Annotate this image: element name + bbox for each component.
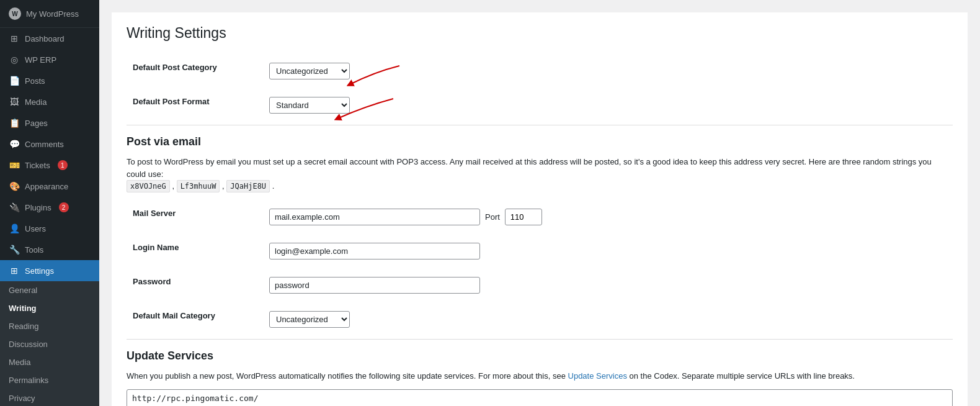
row-login-name: Login Name	[127, 234, 953, 268]
sidebar-item-label: Appearance	[25, 182, 68, 191]
submenu-permalinks[interactable]: Permalinks	[0, 371, 99, 389]
tickets-badge: 1	[58, 160, 68, 170]
row-password: Password	[127, 268, 953, 302]
submenu-media[interactable]: Media	[0, 353, 99, 371]
sidebar-item-media[interactable]: 🖼 Media	[0, 91, 99, 112]
email-form-table: Mail Server Port Login Name	[127, 200, 953, 336]
submenu-general[interactable]: General	[0, 281, 99, 299]
default-post-format-select[interactable]: Standard	[269, 97, 350, 114]
sidebar-item-label: Tools	[25, 245, 43, 255]
pages-icon: 📋	[9, 118, 20, 128]
row-default-post-category: Default Post Category Uncategorized	[127, 54, 953, 88]
mail-server-label: Mail Server	[133, 209, 176, 218]
settings-submenu: General Writing Reading Discussion Media…	[0, 281, 99, 406]
password-label: Password	[133, 277, 171, 286]
wordpress-icon: W	[9, 7, 21, 20]
settings-icon: ⊞	[9, 266, 20, 276]
page-title: Writing Settings	[127, 25, 953, 42]
sidebar-item-dashboard[interactable]: ⊞ Dashboard	[0, 28, 99, 49]
sidebar-item-label: Tickets	[25, 161, 50, 170]
submenu-writing[interactable]: Writing	[0, 299, 99, 317]
sidebar-item-wp-erp[interactable]: ◎ WP ERP	[0, 49, 99, 70]
default-post-category-label: Default Post Category	[133, 63, 217, 72]
users-icon: 👤	[9, 223, 20, 233]
main-content: Writing Settings Default Post Category U…	[99, 0, 980, 406]
sidebar-item-appearance[interactable]: 🎨 Appearance	[0, 176, 99, 197]
post-via-email-description: To post to WordPress by email you must s…	[127, 153, 953, 200]
mail-server-row: Port	[269, 209, 947, 225]
content-area: Writing Settings Default Post Category U…	[112, 12, 968, 406]
appearance-icon: 🎨	[9, 181, 20, 191]
row-default-post-format: Default Post Format Standard	[127, 88, 953, 122]
row-mail-server: Mail Server Port	[127, 200, 953, 234]
sidebar-item-comments[interactable]: 💬 Comments	[0, 133, 99, 155]
port-input[interactable]	[505, 209, 542, 225]
sidebar-item-settings[interactable]: ⊞ Settings	[0, 260, 99, 281]
sidebar-item-users[interactable]: 👤 Users	[0, 218, 99, 239]
dashboard-icon: ⊞	[9, 34, 20, 43]
update-services-description: When you publish a new post, WordPress a…	[127, 368, 953, 390]
plugins-badge: 2	[59, 202, 69, 212]
sidebar-item-label: Plugins	[25, 203, 51, 212]
update-services-link[interactable]: Update Services	[568, 371, 627, 381]
post-via-email-heading: Post via email	[127, 125, 953, 153]
settings-form-table: Default Post Category Uncategorized	[127, 54, 953, 122]
arrow-annotation-1	[344, 60, 406, 91]
sidebar-item-tools[interactable]: 🔧 Tools	[0, 239, 99, 260]
sidebar-item-label: Posts	[25, 76, 45, 86]
row-default-mail-category: Default Mail Category Uncategorized	[127, 302, 953, 336]
random-string-1: x8VOJneG	[127, 180, 170, 192]
sidebar-item-posts[interactable]: 📄 Posts	[0, 70, 99, 91]
login-name-label: Login Name	[133, 243, 179, 252]
plugins-icon: 🔌	[9, 202, 20, 212]
submenu-privacy[interactable]: Privacy	[0, 389, 99, 406]
sidebar-item-tickets[interactable]: 🎫 Tickets 1	[0, 155, 99, 176]
port-label: Port	[485, 212, 500, 222]
default-post-category-select[interactable]: Uncategorized	[269, 63, 350, 79]
default-mail-category-select[interactable]: Uncategorized	[269, 311, 350, 328]
sidebar-item-pages[interactable]: 📋 Pages	[0, 112, 99, 133]
tools-icon: 🔧	[9, 245, 20, 255]
site-name: My WordPress	[26, 9, 79, 19]
sidebar-item-label: Users	[25, 224, 46, 233]
sidebar-item-label: Dashboard	[25, 34, 65, 43]
sidebar-item-label: Media	[25, 97, 47, 107]
password-input[interactable]	[269, 277, 480, 294]
mail-server-input[interactable]	[269, 209, 480, 225]
sidebar-item-label: Pages	[25, 119, 48, 128]
comments-icon: 💬	[9, 139, 20, 149]
login-name-input[interactable]	[269, 243, 480, 259]
erp-icon: ◎	[9, 55, 20, 65]
sidebar-item-label: Settings	[25, 266, 54, 276]
submenu-reading[interactable]: Reading	[0, 317, 99, 335]
submenu-discussion[interactable]: Discussion	[0, 335, 99, 353]
tickets-icon: 🎫	[9, 160, 20, 170]
default-mail-category-label: Default Mail Category	[133, 311, 215, 320]
update-services-heading: Update Services	[127, 339, 953, 368]
sidebar-item-label: WP ERP	[25, 55, 56, 65]
sidebar: W My WordPress ⊞ Dashboard ◎ WP ERP 📄 Po…	[0, 0, 99, 406]
default-post-format-label: Default Post Format	[133, 97, 210, 106]
update-services-textarea[interactable]: http://rpc.pingomatic.com/	[127, 389, 953, 406]
sidebar-logo: W My WordPress	[0, 0, 99, 28]
media-icon: 🖼	[9, 97, 20, 107]
random-string-3: JQaHjE8U	[226, 180, 270, 192]
posts-icon: 📄	[9, 76, 20, 86]
sidebar-item-label: Comments	[25, 140, 64, 149]
random-string-2: Lf3mhuuW	[177, 180, 220, 192]
sidebar-item-plugins[interactable]: 🔌 Plugins 2	[0, 197, 99, 218]
